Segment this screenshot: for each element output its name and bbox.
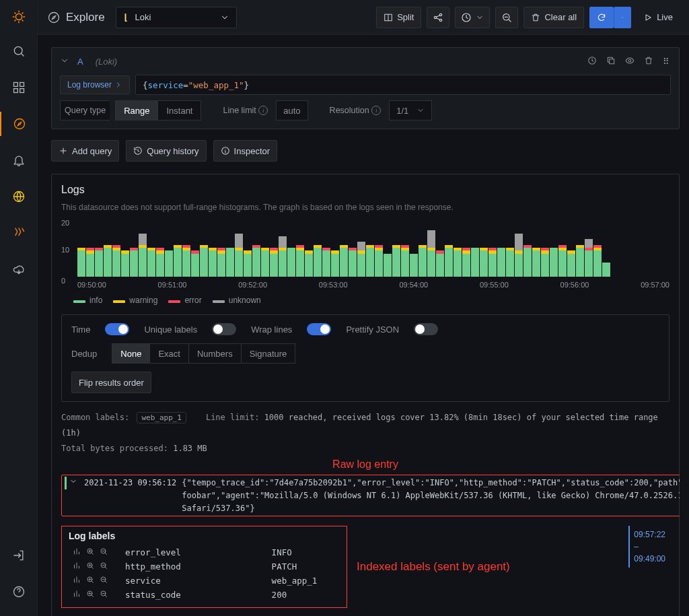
histogram-bar[interactable]	[244, 250, 252, 277]
share-button[interactable]	[427, 7, 449, 28]
histogram-bar[interactable]	[419, 245, 427, 277]
query-stats-icon[interactable]	[587, 56, 597, 67]
histogram-bar[interactable]	[86, 248, 94, 277]
inspector-button[interactable]: Inspector	[213, 140, 277, 162]
dedup-exact[interactable]: Exact	[150, 343, 189, 364]
histogram-bar[interactable]	[95, 248, 103, 277]
collapse-query-button[interactable]	[60, 56, 69, 67]
sidebar-item-signin[interactable]	[0, 543, 38, 568]
histogram-bar[interactable]	[235, 234, 243, 277]
histogram-bar[interactable]	[104, 245, 112, 277]
unique-labels-toggle[interactable]	[212, 323, 236, 335]
histogram-bar[interactable]	[217, 248, 225, 277]
histogram-bar[interactable]	[593, 245, 602, 277]
flip-results-button[interactable]: Flip results order	[71, 372, 151, 393]
histogram-bar[interactable]	[147, 248, 155, 277]
log-entry[interactable]: 2021-11-23 09:56:12 {"tempo_trace_id":"7…	[61, 475, 680, 516]
line-limit-input[interactable]: auto	[276, 100, 307, 121]
histogram-bar[interactable]	[523, 245, 532, 277]
query-type-range[interactable]: Range	[115, 100, 158, 121]
duplicate-query-icon[interactable]	[606, 56, 616, 67]
histogram-bar[interactable]	[558, 245, 567, 277]
filter-for-icon[interactable]	[86, 576, 94, 586]
histogram-bar[interactable]	[252, 245, 260, 277]
sidebar-item-alerting[interactable]	[0, 148, 38, 172]
zoom-out-button[interactable]	[495, 7, 518, 28]
histogram-bar[interactable]	[314, 245, 322, 277]
histogram-bar[interactable]	[506, 248, 514, 277]
histogram-bar[interactable]	[515, 234, 523, 277]
live-button[interactable]: Live	[637, 7, 680, 28]
histogram-bar[interactable]	[340, 245, 348, 277]
logs-histogram[interactable]: 20 10 0 09:50:0009:51:0009:52:0009:53:00…	[61, 219, 669, 289]
histogram-bar[interactable]	[357, 242, 365, 277]
legend-warning[interactable]: warning	[113, 296, 157, 305]
histogram-bar[interactable]	[480, 248, 488, 277]
sidebar-item-search[interactable]	[0, 39, 38, 63]
histogram-bar[interactable]	[165, 250, 173, 277]
prettify-json-toggle[interactable]	[414, 323, 438, 335]
histogram-bar[interactable]	[226, 248, 234, 277]
histogram-bar[interactable]	[349, 248, 357, 277]
legend-error[interactable]: error	[168, 296, 201, 305]
histogram-bar[interactable]	[454, 248, 462, 277]
legend-unknown[interactable]: unknown	[213, 296, 261, 305]
filter-out-icon[interactable]	[100, 561, 108, 572]
query-ref-id[interactable]: A	[77, 57, 83, 67]
histogram-bar[interactable]	[182, 245, 190, 277]
histogram-bar[interactable]	[392, 245, 400, 277]
sidebar-item-explore[interactable]	[0, 112, 38, 136]
histogram-bar[interactable]	[77, 248, 85, 277]
histogram-bar[interactable]	[270, 248, 278, 277]
query-expression-input[interactable]: {service="web_app_1"}	[135, 75, 671, 95]
datasource-picker[interactable]: ⌊ Loki	[116, 7, 237, 28]
sidebar-item-dashboards[interactable]	[0, 75, 38, 100]
dedup-none[interactable]: None	[112, 343, 150, 364]
drag-handle-icon[interactable]: ⠿	[663, 57, 671, 67]
filter-out-icon[interactable]	[100, 590, 108, 600]
histogram-bar[interactable]	[331, 250, 339, 277]
dedup-signature[interactable]: Signature	[242, 343, 296, 364]
sidebar-item-help[interactable]	[0, 580, 38, 604]
histogram-bar[interactable]	[296, 245, 304, 277]
histogram-bar[interactable]	[585, 239, 593, 277]
time-toggle[interactable]	[105, 323, 129, 335]
histogram-bar[interactable]	[191, 250, 199, 277]
stats-icon[interactable]	[73, 561, 81, 572]
stats-icon[interactable]	[73, 547, 81, 557]
run-query-button[interactable]	[589, 7, 614, 28]
histogram-bar[interactable]	[410, 254, 418, 277]
histogram-bar[interactable]	[462, 248, 470, 277]
histogram-bar[interactable]	[375, 245, 383, 277]
info-icon[interactable]: i	[258, 106, 268, 115]
filter-for-icon[interactable]	[86, 590, 94, 600]
histogram-bar[interactable]	[279, 236, 287, 277]
histogram-bar[interactable]	[532, 248, 540, 277]
histogram-bar[interactable]	[261, 248, 269, 277]
remove-query-icon[interactable]	[644, 56, 653, 67]
resolution-select[interactable]: 1/1	[389, 100, 432, 121]
histogram-bar[interactable]	[121, 250, 129, 277]
histogram-bar[interactable]	[130, 248, 138, 277]
histogram-bar[interactable]	[550, 248, 558, 277]
histogram-bar[interactable]	[445, 245, 453, 277]
histogram-bar[interactable]	[436, 250, 444, 277]
histogram-bar[interactable]	[497, 248, 505, 277]
histogram-bar[interactable]	[366, 245, 374, 277]
info-icon[interactable]: i	[371, 106, 381, 115]
histogram-bar[interactable]	[287, 248, 295, 277]
histogram-bar[interactable]	[112, 245, 120, 277]
query-history-button[interactable]: Query history	[126, 140, 206, 162]
histogram-bar[interactable]	[209, 248, 217, 277]
grafana-logo-icon[interactable]	[11, 9, 26, 24]
filter-for-icon[interactable]	[86, 547, 94, 557]
histogram-bar[interactable]	[384, 254, 392, 277]
run-dropdown-button[interactable]	[614, 7, 631, 28]
stats-icon[interactable]	[73, 576, 81, 586]
filter-out-icon[interactable]	[100, 547, 108, 557]
query-type-instant[interactable]: Instant	[158, 100, 201, 121]
filter-out-icon[interactable]	[100, 576, 108, 586]
sidebar-item-plugins[interactable]	[0, 221, 38, 245]
histogram-bar[interactable]	[156, 248, 164, 277]
dedup-numbers[interactable]: Numbers	[189, 343, 242, 364]
